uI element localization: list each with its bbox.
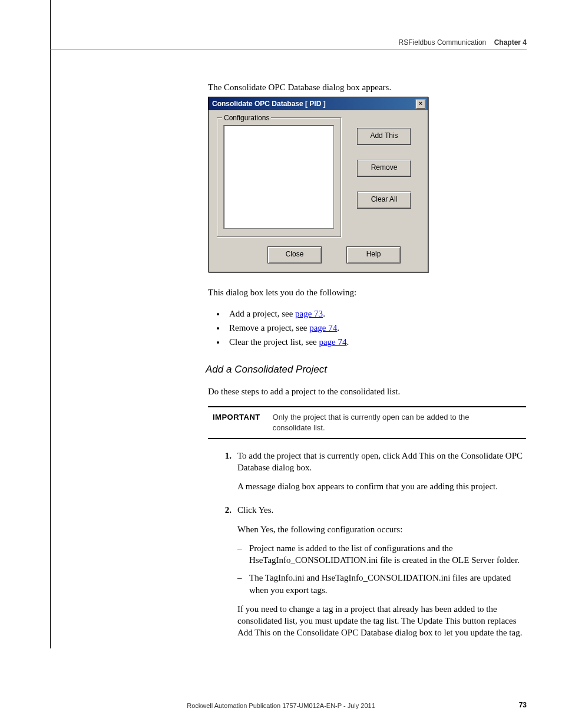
header-chapter: Chapter 4 bbox=[494, 38, 527, 47]
step-text: To add the project that is currently ope… bbox=[237, 450, 526, 474]
step-text: A message dialog box appears to confirm … bbox=[237, 480, 526, 492]
step-text: When Yes, the following configuration oc… bbox=[237, 523, 526, 535]
bullet-text: Add a project, see bbox=[229, 309, 295, 318]
step-body: To add the project that is currently ope… bbox=[237, 450, 526, 500]
configurations-groupbox: Configurations bbox=[217, 117, 342, 238]
page-link[interactable]: page 74 bbox=[309, 323, 337, 332]
dash-list: Project name is added to the list of con… bbox=[237, 542, 526, 596]
page-link[interactable]: page 74 bbox=[319, 337, 346, 347]
intro-text: The Consolidate OPC Database dialog box … bbox=[208, 81, 526, 93]
close-icon[interactable]: × bbox=[415, 99, 426, 109]
bullet-text: Remove a project, see bbox=[229, 323, 309, 332]
bullet-list: Add a project, see page 73. Remove a pro… bbox=[208, 308, 526, 348]
header-section: RSFieldbus Communication bbox=[399, 38, 487, 47]
after-dialog-text: This dialog box lets you do the followin… bbox=[208, 286, 526, 298]
add-this-button[interactable]: Add This bbox=[357, 128, 411, 145]
page-number: 73 bbox=[519, 701, 527, 709]
configurations-listbox[interactable] bbox=[223, 125, 334, 229]
dialog-title: Consolidate OPC Database [ PID ] bbox=[212, 100, 326, 108]
section-heading: Add a Consolidated Project bbox=[206, 363, 526, 377]
page: RSFieldbus Communication Chapter 4 The C… bbox=[0, 0, 562, 728]
close-button[interactable]: Close bbox=[267, 246, 322, 263]
dash-item: Project name is added to the list of con… bbox=[237, 542, 526, 566]
body-content: The Consolidate OPC Database dialog box … bbox=[208, 81, 526, 651]
callout-tag: IMPORTANT bbox=[213, 412, 270, 423]
step-text: Click Yes. bbox=[237, 504, 526, 516]
margin-rule bbox=[50, 0, 51, 648]
list-item: Clear the project list, see page 74. bbox=[226, 336, 526, 348]
numbered-steps: 1. To add the project that is currently … bbox=[214, 450, 526, 646]
list-item: Remove a project, see page 74. bbox=[226, 322, 526, 334]
page-link[interactable]: page 73 bbox=[295, 309, 323, 318]
footer-text: Rockwell Automation Publication 1757-UM0… bbox=[0, 702, 562, 709]
section-intro: Do these steps to add a project to the c… bbox=[208, 386, 526, 397]
clear-all-button[interactable]: Clear All bbox=[357, 192, 411, 209]
callout-text: Only the project that is currently open … bbox=[273, 412, 508, 433]
help-button[interactable]: Help bbox=[346, 246, 401, 263]
bullet-suffix: . bbox=[337, 323, 339, 332]
step-number: 1. bbox=[214, 450, 237, 500]
consolidate-dialog: Consolidate OPC Database [ PID ] × Confi… bbox=[208, 97, 428, 272]
dialog-titlebar: Consolidate OPC Database [ PID ] × bbox=[209, 97, 428, 110]
step-item: 2. Click Yes. When Yes, the following co… bbox=[214, 504, 526, 645]
header-rule bbox=[50, 50, 527, 50]
groupbox-label: Configurations bbox=[222, 113, 271, 123]
list-item: Add a project, see page 73. bbox=[226, 308, 526, 319]
dash-item: The TagInfo.ini and HseTagInfo_CONSOLIDA… bbox=[237, 572, 526, 596]
step-item: 1. To add the project that is currently … bbox=[214, 450, 526, 500]
bullet-text: Clear the project list, see bbox=[229, 337, 319, 347]
step-text: If you need to change a tag in a project… bbox=[237, 603, 526, 639]
remove-button[interactable]: Remove bbox=[357, 160, 411, 177]
step-number: 2. bbox=[214, 504, 237, 645]
step-body: Click Yes. When Yes, the following confi… bbox=[237, 504, 526, 645]
important-callout: IMPORTANT Only the project that is curre… bbox=[208, 406, 526, 439]
bullet-suffix: . bbox=[347, 337, 349, 347]
bullet-suffix: . bbox=[323, 309, 325, 318]
running-header: RSFieldbus Communication Chapter 4 bbox=[399, 38, 527, 47]
